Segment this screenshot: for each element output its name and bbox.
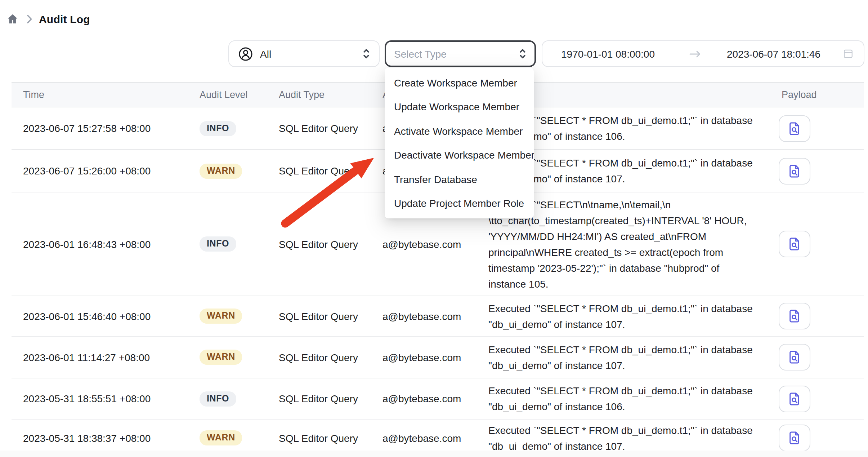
- audit-level-badge: WARN: [200, 309, 242, 324]
- row-payload: [778, 303, 864, 329]
- row-payload: [778, 344, 864, 371]
- home-icon[interactable]: [6, 13, 19, 25]
- row-audit-type: SQL Editor Query: [279, 165, 382, 177]
- row-payload: [778, 157, 864, 184]
- audit-level-badge: WARN: [200, 430, 242, 445]
- header-time: Time: [12, 89, 200, 100]
- header-payload: Payload: [778, 89, 864, 100]
- view-payload-button[interactable]: [779, 157, 810, 184]
- row-actor: a@bytebase.com: [382, 310, 488, 322]
- row-actor: a@bytebase.com: [382, 393, 488, 404]
- audit-level-badge: INFO: [200, 121, 236, 136]
- row-audit-type: SQL Editor Query: [279, 432, 382, 444]
- type-option[interactable]: Update Project Member Role: [385, 191, 534, 216]
- date-range-picker[interactable]: 1970-01-01 08:00:00 2023-06-07 18:01:46: [542, 40, 864, 67]
- table-row: 2023-06-01 15:46:40 +08:00 WARN SQL Edit…: [12, 296, 864, 337]
- audit-level-badge: WARN: [200, 350, 242, 365]
- row-payload: [778, 115, 864, 142]
- file-search-icon: [787, 163, 802, 178]
- type-filter-select[interactable]: Select Type: [385, 40, 536, 67]
- type-option[interactable]: Activate Workspace Member: [385, 119, 534, 143]
- breadcrumb: Audit Log: [6, 10, 90, 27]
- type-option[interactable]: Transfer Database: [385, 167, 534, 191]
- header-audit-type: Audit Type: [279, 89, 382, 100]
- row-audit-type: SQL Editor Query: [279, 393, 382, 404]
- header-audit-level: Audit Level: [200, 89, 279, 100]
- file-search-icon: [787, 430, 802, 445]
- row-comment: Executed `"SELECT * FROM db_ui_demo.t1;"…: [488, 341, 778, 373]
- chevron-updown-icon: [517, 48, 528, 60]
- audit-level-badge: INFO: [200, 391, 236, 406]
- row-time: 2023-06-07 15:26:00 +08:00: [12, 165, 200, 177]
- row-time: 2023-06-01 16:48:43 +08:00: [12, 238, 200, 250]
- type-filter-placeholder: Select Type: [394, 48, 517, 59]
- row-audit-level: WARN: [200, 163, 279, 178]
- member-icon: [238, 46, 254, 62]
- file-search-icon: [787, 391, 802, 406]
- row-audit-type: SQL Editor Query: [279, 310, 382, 322]
- row-audit-type: SQL Editor Query: [279, 351, 382, 363]
- page-title: Audit Log: [39, 13, 90, 25]
- row-audit-level: INFO: [200, 121, 279, 136]
- view-payload-button[interactable]: [779, 231, 810, 257]
- row-time: 2023-05-31 18:55:51 +08:00: [12, 393, 200, 404]
- audit-level-badge: WARN: [200, 163, 242, 178]
- chevron-updown-icon: [361, 48, 372, 60]
- row-comment: Executed `"SELECT * FROM db_ui_demo.t1;"…: [488, 300, 778, 332]
- file-search-icon: [787, 121, 802, 136]
- calendar-icon: [843, 48, 854, 59]
- audit-level-badge: INFO: [200, 236, 236, 252]
- row-payload: [778, 231, 864, 257]
- view-payload-button[interactable]: [779, 115, 810, 142]
- row-audit-type: SQL Editor Query: [279, 123, 382, 134]
- audit-log-page: Audit Log All Select Type 1970-01-01 08:…: [0, 0, 868, 457]
- file-search-icon: [787, 350, 802, 365]
- table-row: 2023-06-01 11:14:27 +08:00 WARN SQL Edit…: [12, 337, 864, 378]
- type-option[interactable]: Deactivate Workspace Member: [385, 143, 534, 167]
- row-time: 2023-05-31 18:38:37 +08:00: [12, 432, 200, 444]
- member-filter-select[interactable]: All: [228, 40, 380, 67]
- arrow-right-icon: [689, 49, 701, 58]
- row-time: 2023-06-07 15:27:58 +08:00: [12, 123, 200, 134]
- row-actor: a@bytebase.com: [382, 432, 488, 444]
- file-search-icon: [787, 236, 802, 252]
- date-range-end[interactable]: 2023-06-07 18:01:46: [727, 48, 835, 59]
- row-audit-level: WARN: [200, 350, 279, 365]
- date-range-start[interactable]: 1970-01-01 08:00:00: [561, 48, 671, 59]
- view-payload-button[interactable]: [779, 303, 810, 329]
- row-payload: [778, 425, 864, 451]
- row-comment: Executed `"SELECT * FROM db_ui_demo.t1;"…: [488, 422, 778, 454]
- row-audit-level: WARN: [200, 309, 279, 324]
- row-audit-type: SQL Editor Query: [279, 238, 382, 250]
- row-comment: Executed `"SELECT * FROM db_ui_demo.t1;"…: [488, 383, 778, 414]
- type-options-menu: Create Workspace MemberUpdate Workspace …: [385, 68, 534, 218]
- view-payload-button[interactable]: [779, 344, 810, 371]
- file-search-icon: [787, 309, 802, 324]
- row-actor: a@bytebase.com: [382, 351, 488, 363]
- member-filter-value: All: [260, 48, 361, 59]
- row-actor: a@bytebase.com: [382, 238, 488, 250]
- chevron-right-icon: [27, 14, 32, 23]
- type-option[interactable]: Create Workspace Member: [385, 71, 534, 95]
- row-time: 2023-06-01 15:46:40 +08:00: [12, 310, 200, 322]
- table-row: 2023-05-31 18:55:51 +08:00 INFO SQL Edit…: [12, 378, 864, 420]
- view-payload-button[interactable]: [779, 425, 810, 451]
- row-time: 2023-06-01 11:14:27 +08:00: [12, 351, 200, 363]
- row-audit-level: INFO: [200, 236, 279, 252]
- table-footer-strip: [0, 451, 868, 457]
- row-payload: [778, 385, 864, 412]
- view-payload-button[interactable]: [779, 385, 810, 412]
- row-audit-level: INFO: [200, 391, 279, 406]
- row-audit-level: WARN: [200, 430, 279, 445]
- type-option[interactable]: Update Workspace Member: [385, 95, 534, 119]
